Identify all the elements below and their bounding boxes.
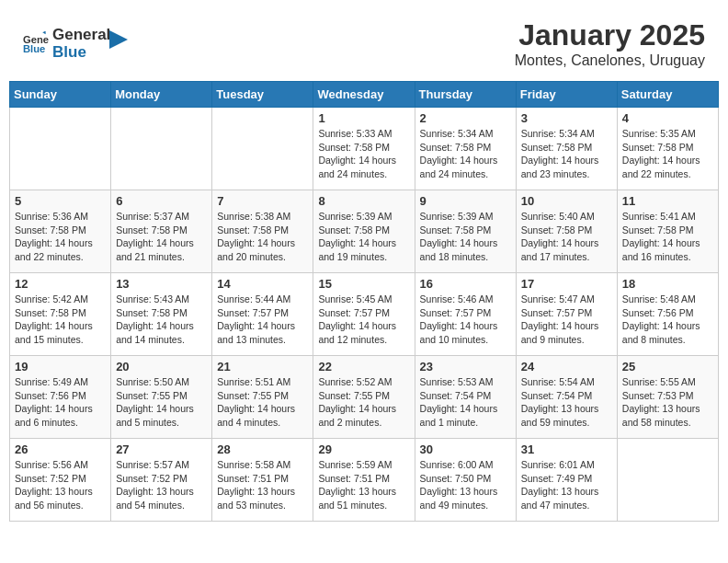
- day-info: Sunrise: 5:41 AM Sunset: 7:58 PM Dayligh…: [622, 210, 713, 264]
- calendar-day-cell: 22Sunrise: 5:52 AM Sunset: 7:55 PM Dayli…: [313, 356, 415, 439]
- calendar-week-row: 1Sunrise: 5:33 AM Sunset: 7:58 PM Daylig…: [10, 108, 719, 190]
- day-number: 24: [521, 360, 612, 373]
- day-of-week-header: Wednesday: [313, 82, 415, 108]
- calendar-day-cell: 10Sunrise: 5:40 AM Sunset: 7:58 PM Dayli…: [516, 190, 617, 273]
- calendar-day-cell: 5Sunrise: 5:36 AM Sunset: 7:58 PM Daylig…: [10, 190, 111, 273]
- calendar-day-cell: [10, 108, 111, 190]
- day-number: 19: [15, 360, 106, 373]
- calendar-day-cell: 28Sunrise: 5:58 AM Sunset: 7:51 PM Dayli…: [212, 439, 313, 522]
- day-number: 7: [217, 194, 308, 208]
- day-number: 22: [318, 360, 409, 373]
- day-info: Sunrise: 5:50 AM Sunset: 7:55 PM Dayligh…: [116, 375, 207, 430]
- calendar-day-cell: 9Sunrise: 5:39 AM Sunset: 7:58 PM Daylig…: [415, 190, 516, 273]
- calendar-day-cell: 8Sunrise: 5:39 AM Sunset: 7:58 PM Daylig…: [313, 190, 415, 273]
- calendar-day-cell: [111, 108, 212, 190]
- calendar-day-cell: 21Sunrise: 5:51 AM Sunset: 7:55 PM Dayli…: [212, 356, 313, 439]
- day-info: Sunrise: 5:48 AM Sunset: 7:56 PM Dayligh…: [622, 293, 713, 347]
- day-number: 16: [420, 277, 511, 291]
- calendar-header-row: SundayMondayTuesdayWednesdayThursdayFrid…: [10, 82, 719, 108]
- calendar-day-cell: 20Sunrise: 5:50 AM Sunset: 7:55 PM Dayli…: [111, 356, 212, 439]
- day-info: Sunrise: 5:37 AM Sunset: 7:58 PM Dayligh…: [116, 210, 207, 264]
- calendar-week-row: 5Sunrise: 5:36 AM Sunset: 7:58 PM Daylig…: [10, 190, 719, 273]
- day-info: Sunrise: 5:40 AM Sunset: 7:58 PM Dayligh…: [521, 210, 612, 264]
- day-info: Sunrise: 5:38 AM Sunset: 7:58 PM Dayligh…: [217, 210, 308, 264]
- day-number: 6: [116, 194, 207, 208]
- calendar-day-cell: 2Sunrise: 5:34 AM Sunset: 7:58 PM Daylig…: [415, 108, 516, 190]
- calendar-week-row: 26Sunrise: 5:56 AM Sunset: 7:52 PM Dayli…: [10, 439, 719, 522]
- page-header: General Blue General Blue January 2025 M…: [9, 9, 719, 74]
- calendar-day-cell: 18Sunrise: 5:48 AM Sunset: 7:56 PM Dayli…: [617, 273, 718, 356]
- calendar-day-cell: 24Sunrise: 5:54 AM Sunset: 7:54 PM Dayli…: [516, 356, 617, 439]
- logo: General Blue General Blue: [23, 27, 128, 61]
- title-block: January 2025 Montes, Canelones, Uruguay: [515, 18, 705, 69]
- day-of-week-header: Thursday: [415, 82, 516, 108]
- day-of-week-header: Tuesday: [212, 82, 313, 108]
- calendar-day-cell: [212, 108, 313, 190]
- day-info: Sunrise: 5:59 AM Sunset: 7:51 PM Dayligh…: [318, 458, 409, 512]
- day-number: 20: [116, 360, 207, 373]
- logo-blue-text: Blue: [52, 44, 110, 62]
- day-info: Sunrise: 5:35 AM Sunset: 7:58 PM Dayligh…: [622, 127, 713, 181]
- day-info: Sunrise: 5:52 AM Sunset: 7:55 PM Dayligh…: [318, 375, 409, 430]
- day-info: Sunrise: 5:51 AM Sunset: 7:55 PM Dayligh…: [217, 375, 308, 430]
- day-of-week-header: Monday: [111, 82, 212, 108]
- day-number: 21: [217, 360, 308, 373]
- day-info: Sunrise: 6:01 AM Sunset: 7:49 PM Dayligh…: [521, 458, 612, 512]
- calendar-day-cell: 3Sunrise: 5:34 AM Sunset: 7:58 PM Daylig…: [516, 108, 617, 190]
- day-number: 15: [318, 277, 409, 291]
- calendar-day-cell: 27Sunrise: 5:57 AM Sunset: 7:52 PM Dayli…: [111, 439, 212, 522]
- calendar-day-cell: 23Sunrise: 5:53 AM Sunset: 7:54 PM Dayli…: [415, 356, 516, 439]
- day-number: 14: [217, 277, 308, 291]
- day-info: Sunrise: 5:47 AM Sunset: 7:57 PM Dayligh…: [521, 293, 612, 347]
- day-info: Sunrise: 5:57 AM Sunset: 7:52 PM Dayligh…: [116, 458, 207, 512]
- logo-general-text: General: [52, 27, 110, 44]
- calendar-day-cell: 1Sunrise: 5:33 AM Sunset: 7:58 PM Daylig…: [313, 108, 415, 190]
- calendar-day-cell: 19Sunrise: 5:49 AM Sunset: 7:56 PM Dayli…: [10, 356, 111, 439]
- day-info: Sunrise: 5:42 AM Sunset: 7:58 PM Dayligh…: [15, 293, 106, 347]
- day-info: Sunrise: 5:58 AM Sunset: 7:51 PM Dayligh…: [217, 458, 308, 512]
- day-info: Sunrise: 5:33 AM Sunset: 7:58 PM Dayligh…: [318, 127, 409, 181]
- day-number: 28: [217, 442, 308, 456]
- calendar-day-cell: 30Sunrise: 6:00 AM Sunset: 7:50 PM Dayli…: [415, 439, 516, 522]
- logo-icon: General Blue: [23, 31, 49, 57]
- day-number: 12: [15, 277, 106, 291]
- day-number: 9: [420, 194, 511, 208]
- calendar-day-cell: 14Sunrise: 5:44 AM Sunset: 7:57 PM Dayli…: [212, 273, 313, 356]
- calendar-day-cell: 4Sunrise: 5:35 AM Sunset: 7:58 PM Daylig…: [617, 108, 718, 190]
- logo-arrow-icon: [109, 30, 128, 49]
- month-title: January 2025: [515, 18, 705, 52]
- day-of-week-header: Sunday: [10, 82, 111, 108]
- day-number: 4: [622, 111, 713, 125]
- day-number: 18: [622, 277, 713, 291]
- day-info: Sunrise: 5:44 AM Sunset: 7:57 PM Dayligh…: [217, 293, 308, 347]
- day-number: 23: [420, 360, 511, 373]
- day-info: Sunrise: 5:49 AM Sunset: 7:56 PM Dayligh…: [15, 375, 106, 430]
- day-number: 2: [420, 111, 511, 125]
- day-info: Sunrise: 5:34 AM Sunset: 7:58 PM Dayligh…: [420, 127, 511, 181]
- day-info: Sunrise: 5:39 AM Sunset: 7:58 PM Dayligh…: [420, 210, 511, 264]
- day-info: Sunrise: 5:43 AM Sunset: 7:58 PM Dayligh…: [116, 293, 207, 347]
- calendar-table: SundayMondayTuesdayWednesdayThursdayFrid…: [9, 81, 719, 522]
- calendar-day-cell: 11Sunrise: 5:41 AM Sunset: 7:58 PM Dayli…: [617, 190, 718, 273]
- calendar-day-cell: 31Sunrise: 6:01 AM Sunset: 7:49 PM Dayli…: [516, 439, 617, 522]
- calendar-day-cell: 13Sunrise: 5:43 AM Sunset: 7:58 PM Dayli…: [111, 273, 212, 356]
- day-number: 26: [15, 442, 106, 456]
- day-info: Sunrise: 5:36 AM Sunset: 7:58 PM Dayligh…: [15, 210, 106, 264]
- calendar-day-cell: 16Sunrise: 5:46 AM Sunset: 7:57 PM Dayli…: [415, 273, 516, 356]
- calendar-week-row: 12Sunrise: 5:42 AM Sunset: 7:58 PM Dayli…: [10, 273, 719, 356]
- day-number: 17: [521, 277, 612, 291]
- day-info: Sunrise: 5:56 AM Sunset: 7:52 PM Dayligh…: [15, 458, 106, 512]
- calendar-day-cell: 26Sunrise: 5:56 AM Sunset: 7:52 PM Dayli…: [10, 439, 111, 522]
- calendar-day-cell: 15Sunrise: 5:45 AM Sunset: 7:57 PM Dayli…: [313, 273, 415, 356]
- calendar-day-cell: 6Sunrise: 5:37 AM Sunset: 7:58 PM Daylig…: [111, 190, 212, 273]
- day-number: 5: [15, 194, 106, 208]
- day-number: 29: [318, 442, 409, 456]
- calendar-day-cell: 25Sunrise: 5:55 AM Sunset: 7:53 PM Dayli…: [617, 356, 718, 439]
- day-number: 31: [521, 442, 612, 456]
- svg-marker-3: [109, 30, 128, 49]
- day-number: 3: [521, 111, 612, 125]
- location-title: Montes, Canelones, Uruguay: [515, 52, 705, 69]
- day-number: 10: [521, 194, 612, 208]
- day-info: Sunrise: 5:39 AM Sunset: 7:58 PM Dayligh…: [318, 210, 409, 264]
- calendar-week-row: 19Sunrise: 5:49 AM Sunset: 7:56 PM Dayli…: [10, 356, 719, 439]
